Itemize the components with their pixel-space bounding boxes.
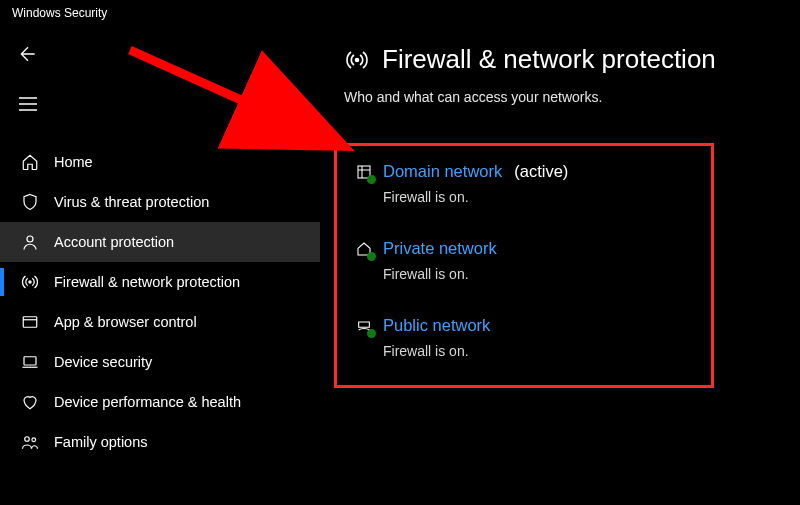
network-status: Firewall is on. (383, 343, 693, 359)
back-button[interactable] (12, 38, 44, 70)
network-label: Domain network (383, 162, 502, 181)
family-icon (20, 432, 40, 452)
network-item-private: Private network Firewall is on. (355, 239, 693, 282)
network-link-private[interactable]: Private network (355, 239, 693, 258)
annotation-highlight-box: Domain network (active) Firewall is on. … (334, 143, 714, 388)
shield-icon (20, 192, 40, 212)
sidebar-item-label: App & browser control (54, 314, 197, 330)
domain-network-icon (355, 163, 373, 181)
sidebar-item-device-security[interactable]: Device security (0, 342, 320, 382)
network-link-domain[interactable]: Domain network (active) (355, 162, 693, 181)
svg-rect-3 (24, 357, 36, 365)
laptop-icon (20, 352, 40, 372)
sidebar-item-label: Device security (54, 354, 152, 370)
svg-point-5 (32, 438, 36, 442)
network-status: Firewall is on. (383, 189, 693, 205)
home-icon (20, 152, 40, 172)
sidebar-item-label: Family options (54, 434, 147, 450)
page-subtitle: Who and what can access your networks. (344, 89, 790, 105)
sidebar-item-firewall[interactable]: Firewall & network protection (0, 262, 320, 302)
svg-rect-2 (23, 317, 37, 328)
sidebar-item-account[interactable]: Account protection (0, 222, 320, 262)
network-link-public[interactable]: Public network (355, 316, 693, 335)
public-network-icon (355, 317, 373, 335)
svg-point-1 (29, 281, 31, 283)
nav-list: Home Virus & threat protection Account p… (0, 142, 320, 462)
sidebar-item-label: Device performance & health (54, 394, 241, 410)
network-item-public: Public network Firewall is on. (355, 316, 693, 359)
heart-icon (20, 392, 40, 412)
private-network-icon (355, 240, 373, 258)
menu-button[interactable] (12, 88, 44, 120)
window-title: Windows Security (0, 0, 800, 30)
sidebar-item-home[interactable]: Home (0, 142, 320, 182)
sidebar-item-virus[interactable]: Virus & threat protection (0, 182, 320, 222)
network-label: Private network (383, 239, 497, 258)
sidebar-item-performance[interactable]: Device performance & health (0, 382, 320, 422)
network-status: Firewall is on. (383, 266, 693, 282)
network-item-domain: Domain network (active) Firewall is on. (355, 162, 693, 205)
svg-point-0 (27, 236, 33, 242)
main-content: Firewall & network protection Who and wh… (320, 30, 800, 505)
sidebar-item-app-browser[interactable]: App & browser control (0, 302, 320, 342)
svg-point-4 (25, 437, 30, 442)
sidebar-item-family[interactable]: Family options (0, 422, 320, 462)
browser-icon (20, 312, 40, 332)
sidebar-item-label: Firewall & network protection (54, 274, 240, 290)
network-active-suffix: (active) (514, 162, 568, 181)
svg-point-6 (356, 58, 359, 61)
arrow-left-icon (18, 44, 38, 64)
sidebar-item-label: Virus & threat protection (54, 194, 209, 210)
sidebar-item-label: Account protection (54, 234, 174, 250)
antenna-icon (20, 272, 40, 292)
sidebar: Home Virus & threat protection Account p… (0, 30, 320, 505)
antenna-icon (344, 47, 370, 73)
page-title: Firewall & network protection (382, 44, 716, 75)
network-label: Public network (383, 316, 490, 335)
person-icon (20, 232, 40, 252)
hamburger-icon (19, 97, 37, 111)
sidebar-item-label: Home (54, 154, 93, 170)
